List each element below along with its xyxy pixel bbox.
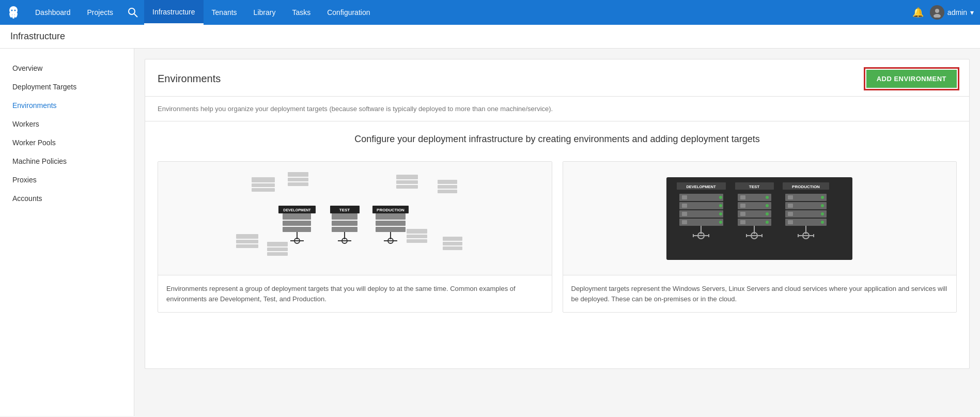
svg-text:TEST: TEST — [339, 208, 350, 212]
sidebar: Overview Deployment Targets Environments… — [0, 49, 134, 416]
svg-rect-32 — [267, 248, 288, 251]
add-environment-button[interactable]: ADD ENVIRONMENT — [866, 70, 957, 88]
svg-rect-28 — [443, 237, 462, 241]
svg-rect-27 — [407, 239, 427, 243]
info-card-deployment-targets: DEVELOPMENT — [563, 161, 957, 313]
card-illustration-deployment-targets: DEVELOPMENT — [563, 162, 957, 275]
svg-rect-21 — [438, 190, 457, 193]
svg-rect-36 — [283, 227, 311, 232]
svg-rect-24 — [236, 244, 258, 248]
top-navigation: Dashboard Projects Infrastructure Tenant… — [0, 0, 980, 25]
svg-rect-44 — [332, 227, 357, 232]
nav-infrastructure[interactable]: Infrastructure — [144, 0, 203, 25]
svg-rect-84 — [740, 204, 745, 208]
svg-rect-100 — [788, 195, 793, 199]
svg-rect-22 — [236, 234, 258, 239]
sidebar-item-worker-pools[interactable]: Worker Pools — [0, 133, 134, 152]
svg-text:DEVELOPMENT: DEVELOPMENT — [283, 208, 311, 212]
svg-rect-23 — [236, 240, 258, 243]
svg-rect-26 — [407, 235, 427, 238]
svg-point-2 — [12, 13, 15, 19]
user-menu[interactable]: admin ▾ — [930, 5, 974, 20]
svg-rect-52 — [376, 227, 406, 232]
nav-dashboard[interactable]: Dashboard — [27, 0, 79, 25]
svg-rect-16 — [396, 175, 418, 179]
svg-rect-25 — [407, 229, 427, 234]
brand-logo[interactable] — [6, 5, 23, 20]
sidebar-item-proxies[interactable]: Proxies — [0, 171, 134, 189]
svg-rect-43 — [332, 221, 357, 226]
nav-configuration[interactable]: Configuration — [319, 0, 378, 25]
svg-rect-34 — [283, 213, 311, 220]
svg-point-8 — [935, 9, 939, 13]
main-content: Environments ADD ENVIRONMENT Environment… — [134, 49, 980, 416]
svg-rect-106 — [788, 212, 793, 216]
svg-line-7 — [134, 14, 137, 17]
svg-point-85 — [766, 204, 769, 207]
svg-text:DEVELOPMENT: DEVELOPMENT — [687, 184, 717, 189]
avatar — [930, 5, 944, 20]
svg-rect-12 — [252, 188, 275, 192]
svg-point-69 — [719, 212, 722, 215]
notification-bell[interactable]: 🔔 — [912, 7, 924, 18]
svg-point-63 — [719, 196, 722, 199]
nav-tasks[interactable]: Tasks — [284, 0, 319, 25]
sidebar-item-environments[interactable]: Environments — [0, 96, 134, 115]
username: admin — [947, 8, 967, 17]
content-panel: Environments ADD ENVIRONMENT Environment… — [145, 59, 970, 369]
octopus-icon — [6, 5, 21, 20]
card-illustration-environments: DEVELOPMENT TEST — [158, 162, 552, 275]
svg-rect-51 — [376, 221, 406, 226]
svg-rect-15 — [288, 182, 308, 186]
nav-projects[interactable]: Projects — [79, 0, 122, 25]
page-title: Infrastructure — [10, 31, 970, 42]
nav-library[interactable]: Library — [245, 0, 284, 25]
svg-rect-90 — [740, 220, 745, 224]
panel-header: Environments ADD ENVIRONMENT — [145, 59, 969, 97]
svg-rect-50 — [376, 213, 406, 220]
svg-point-5 — [14, 10, 16, 11]
svg-rect-18 — [396, 185, 418, 189]
svg-rect-65 — [682, 204, 687, 208]
svg-rect-13 — [288, 172, 308, 177]
empty-state-heading: Configure your deployment infrastructure… — [158, 134, 957, 145]
page-header: Infrastructure — [0, 25, 980, 49]
svg-point-6 — [129, 8, 135, 14]
svg-rect-19 — [438, 180, 457, 184]
content-area: Overview Deployment Targets Environments… — [0, 49, 980, 416]
svg-text:TEST: TEST — [749, 184, 760, 189]
info-card-environments: DEVELOPMENT TEST — [158, 161, 552, 313]
svg-rect-81 — [740, 195, 745, 199]
sidebar-item-workers[interactable]: Workers — [0, 115, 134, 133]
svg-point-91 — [766, 221, 769, 224]
sidebar-item-overview[interactable]: Overview — [0, 59, 134, 78]
svg-rect-10 — [252, 177, 275, 182]
card2-text: Deployment targets represent the Windows… — [563, 275, 957, 312]
sidebar-item-accounts[interactable]: Accounts — [0, 189, 134, 208]
svg-point-9 — [934, 14, 941, 18]
svg-rect-11 — [252, 183, 275, 187]
nav-search[interactable] — [121, 0, 144, 25]
environments-illustration: DEVELOPMENT TEST — [221, 167, 489, 270]
panel-title: Environments — [158, 73, 221, 85]
sidebar-item-deployment-targets[interactable]: Deployment Targets — [0, 78, 134, 96]
svg-rect-20 — [438, 185, 457, 189]
svg-point-72 — [719, 221, 722, 224]
nav-tenants[interactable]: Tenants — [204, 0, 245, 25]
svg-rect-17 — [396, 180, 418, 184]
svg-point-88 — [766, 212, 769, 215]
svg-rect-14 — [288, 178, 308, 181]
svg-point-4 — [11, 10, 13, 11]
nav-right: 🔔 admin ▾ — [912, 5, 974, 20]
search-icon — [128, 7, 138, 18]
svg-rect-103 — [788, 204, 793, 208]
svg-rect-87 — [740, 212, 745, 216]
svg-text:PRODUCTION: PRODUCTION — [377, 208, 405, 212]
sidebar-item-machine-policies[interactable]: Machine Policies — [0, 152, 134, 171]
card1-text: Environments represent a group of deploy… — [158, 275, 552, 312]
svg-rect-109 — [788, 220, 793, 224]
svg-point-101 — [821, 196, 824, 199]
svg-point-66 — [719, 204, 722, 207]
svg-rect-30 — [443, 246, 462, 250]
user-dropdown-icon: ▾ — [970, 8, 974, 17]
